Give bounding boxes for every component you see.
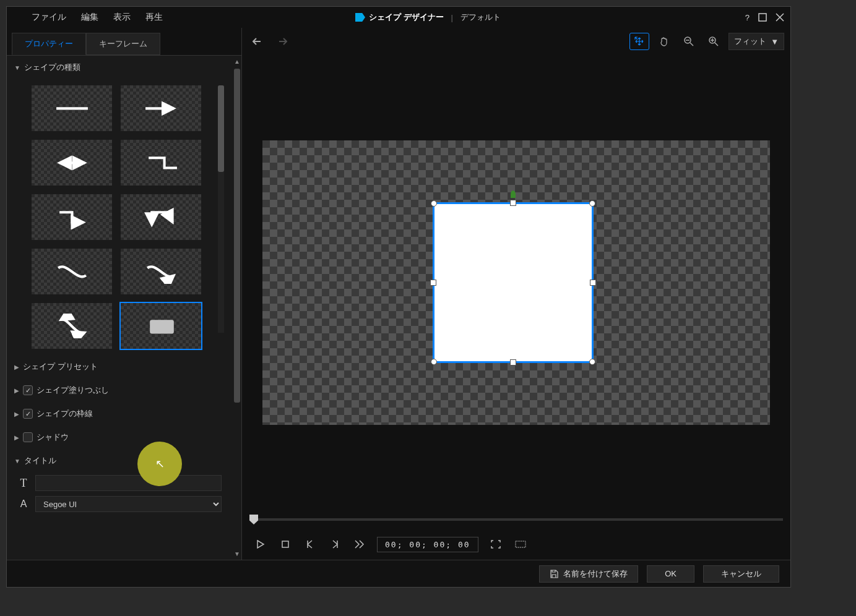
font-select[interactable]: Segoe UI [35,496,222,512]
resize-handle-n[interactable] [510,200,516,206]
safe-zone-button[interactable] [513,537,528,552]
shape-line[interactable] [32,85,112,131]
menu-play[interactable]: 再生 [145,12,163,23]
svg-rect-13 [516,541,525,547]
section-shape-fill[interactable]: ▶ シェイプ塗りつぶし [7,379,231,402]
resize-handle-nw[interactable] [431,200,437,207]
shape-turn-arrow[interactable] [121,194,201,240]
stop-button[interactable] [278,537,293,552]
canvas[interactable] [262,140,770,425]
maximize-icon[interactable] [758,13,767,22]
redo-button[interactable] [272,33,292,50]
properties-panel: プロパティー キーフレーム ▼ シェイプの種類 [7,28,242,560]
help-icon[interactable]: ? [745,13,750,22]
zoom-in-button[interactable] [704,33,724,50]
zoom-out-button[interactable] [679,33,699,50]
menu-file[interactable]: ファイル [32,12,66,23]
shape-arrow-right[interactable] [121,85,201,131]
shape-library-grid [7,79,231,355]
section-shape-border[interactable]: ▶ シェイプの枠線 [7,402,231,426]
resize-handle-sw[interactable] [431,359,437,365]
ok-button[interactable]: OK [647,565,694,583]
tab-keyframes[interactable]: キーフレーム [86,33,160,55]
next-frame-button[interactable] [327,537,342,552]
svg-rect-4 [150,320,174,333]
rotate-handle[interactable] [511,190,516,198]
shape-border-checkbox[interactable] [23,409,33,419]
shadow-checkbox[interactable] [23,432,33,442]
fullscreen-button[interactable] [488,537,503,552]
svg-line-9 [715,43,718,46]
section-shape-preset[interactable]: ▶ シェイプ プリセット [7,355,231,379]
prev-frame-button[interactable] [303,537,318,552]
chevron-down-icon: ▼ [771,37,779,46]
play-button[interactable] [253,537,268,552]
panel-scrollbar[interactable]: ▲ ▼ [234,58,240,557]
svg-line-6 [690,43,693,46]
shape-step[interactable] [121,140,201,186]
save-as-button[interactable]: 名前を付けて保存 [539,565,638,583]
svg-rect-12 [282,541,288,547]
menu-view[interactable]: 表示 [113,12,131,23]
playback-controls: 00; 00; 00; 00 [242,529,790,560]
selected-shape[interactable] [433,202,594,363]
shape-curve-arrow[interactable] [121,249,201,294]
section-title[interactable]: ▼ タイトル [7,449,231,473]
text-icon: T [17,477,30,490]
tab-properties[interactable]: プロパティー [12,33,86,55]
font-icon: A [17,498,30,510]
fast-forward-button[interactable] [352,537,367,552]
shape-fill-checkbox[interactable] [23,385,33,395]
timecode[interactable]: 00; 00; 00; 00 [377,537,478,552]
cancel-button[interactable]: キャンセル [703,565,779,583]
pan-tool[interactable] [654,33,674,50]
svg-rect-0 [759,14,766,21]
shape-curve[interactable] [32,249,112,294]
shape-grid-scrollbar[interactable] [218,85,224,333]
close-icon[interactable] [776,13,784,22]
title-text-input[interactable] [35,475,222,491]
section-shape-type[interactable]: ▼ シェイプの種類 [7,56,231,79]
app-title: シェイプ デザイナー [369,12,444,23]
canvas-toolbar: フィット▼ [242,28,790,55]
playhead[interactable] [249,515,258,524]
resize-handle-w[interactable] [430,280,436,286]
shape-step-arrow[interactable] [32,194,112,240]
shape-curve-turn-arrow[interactable] [32,303,112,349]
app-logo-icon [355,13,365,22]
dialog-footer: 名前を付けて保存 OK キャンセル [7,560,790,587]
section-shadow[interactable]: ▶ シャドウ [7,426,231,449]
shape-rectangle[interactable] [121,303,201,349]
shape-arrow-both[interactable] [32,140,112,186]
document-name: デフォルト [460,12,501,23]
titlebar: ファイル 編集 表示 再生 シェイプ デザイナー | デフォルト ? [7,7,790,28]
resize-handle-s[interactable] [510,359,516,366]
undo-button[interactable] [248,33,268,50]
timeline-slider[interactable] [249,510,783,529]
save-icon [550,570,558,578]
resize-handle-e[interactable] [590,280,596,286]
zoom-fit-dropdown[interactable]: フィット▼ [728,33,784,50]
move-tool[interactable] [629,33,649,50]
resize-handle-se[interactable] [589,359,595,365]
resize-handle-ne[interactable] [589,200,595,207]
menu-edit[interactable]: 編集 [81,12,98,23]
